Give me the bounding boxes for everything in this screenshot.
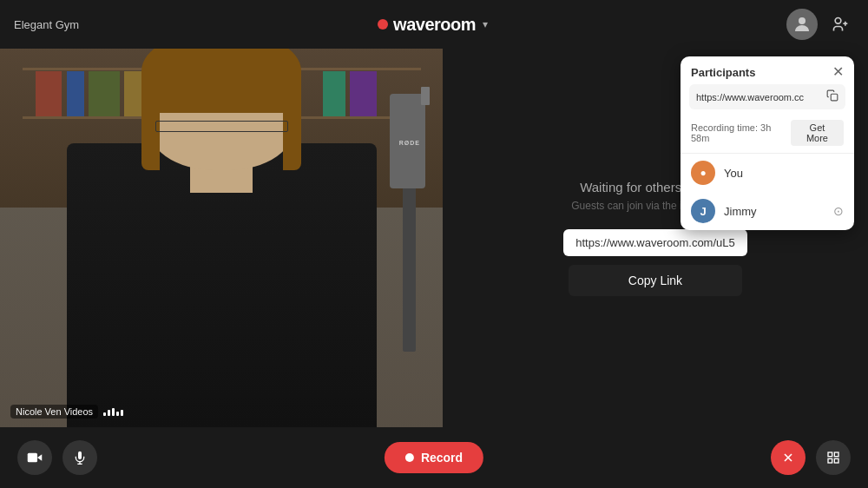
header-right — [786, 9, 854, 40]
center-controls: Record — [385, 442, 483, 473]
participant-settings-icon[interactable]: ⊙ — [833, 204, 844, 218]
video-label: Nicole Ven Videos — [10, 405, 123, 419]
copy-link-icon-button[interactable] — [826, 89, 838, 104]
panel-link-text: https://www.waveroom.cc — [696, 92, 821, 102]
audio-bar — [112, 408, 115, 416]
participant-name-jimmy: Jimmy — [724, 205, 825, 218]
right-controls — [771, 440, 851, 475]
audio-level-indicator — [103, 408, 123, 416]
header: Elegant Gym waveroom ▾ — [0, 0, 868, 49]
audio-bar — [116, 412, 119, 416]
recording-time: Recording time: 3h 58m — [691, 122, 791, 143]
org-name: Elegant Gym — [14, 18, 79, 31]
copy-link-button[interactable]: Copy Link — [569, 265, 742, 296]
audio-bar — [108, 410, 110, 416]
participant-row-you: ● You — [681, 154, 854, 192]
svg-rect-11 — [834, 452, 838, 457]
svg-point-0 — [799, 17, 806, 24]
svg-rect-10 — [828, 452, 832, 457]
participant-row-jimmy: J Jimmy ⊙ — [681, 192, 854, 230]
logo-dot — [378, 19, 388, 30]
bottom-bar: Record — [0, 427, 868, 488]
close-panel-button[interactable]: ✕ — [832, 65, 844, 79]
logo-text: waveroom — [393, 15, 476, 35]
invite-link-box: https://www.waveroom.com/uL5 — [563, 229, 747, 256]
layout-button[interactable] — [816, 440, 851, 475]
add-user-button[interactable] — [826, 10, 854, 38]
participant-name-you: You — [724, 167, 844, 180]
participants-panel: Participants ✕ https://www.waveroom.cc R… — [681, 56, 854, 230]
record-label: Record — [421, 451, 463, 465]
panel-header: Participants ✕ — [681, 56, 854, 84]
svg-rect-12 — [828, 458, 832, 463]
end-call-button[interactable] — [771, 440, 806, 475]
svg-point-1 — [835, 18, 841, 24]
record-button[interactable]: Record — [385, 442, 483, 473]
svg-rect-5 — [28, 453, 37, 463]
video-area: RØDE Nicole Ven Videos — [0, 49, 443, 427]
participant-avatar-jimmy: J — [691, 199, 715, 223]
panel-link-row: https://www.waveroom.cc — [689, 84, 845, 109]
audio-bar — [121, 410, 123, 416]
svg-rect-4 — [831, 94, 838, 101]
logo-area[interactable]: waveroom ▾ — [378, 15, 488, 35]
svg-rect-13 — [834, 458, 838, 463]
record-dot-icon — [405, 453, 414, 462]
audio-bar — [103, 412, 106, 416]
camera-button[interactable] — [17, 440, 52, 475]
microphone-button[interactable] — [62, 440, 97, 475]
participant-name-label: Nicole Ven Videos — [10, 405, 98, 419]
left-controls — [17, 440, 97, 475]
participant-avatar-you: ● — [691, 161, 715, 185]
get-more-button[interactable]: Get More — [791, 120, 844, 146]
panel-title: Participants — [691, 66, 755, 79]
avatar[interactable] — [786, 9, 818, 40]
chevron-down-icon: ▾ — [483, 18, 488, 30]
recording-row: Recording time: 3h 58m Get More — [681, 116, 854, 154]
